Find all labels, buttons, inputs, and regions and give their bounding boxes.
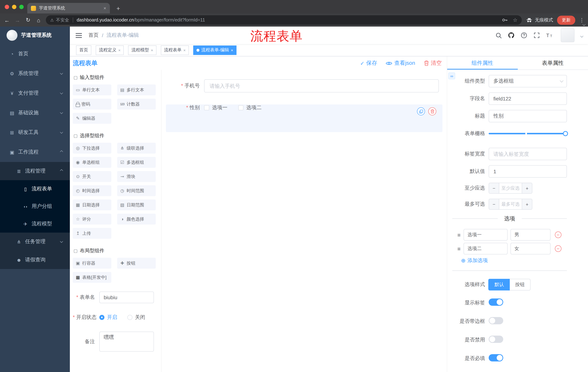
browser-tab[interactable]: 芋道管理系统 × bbox=[27, 3, 110, 13]
increase-button[interactable]: + bbox=[522, 199, 532, 209]
option-value-input[interactable] bbox=[511, 229, 551, 241]
disabled-toggle[interactable] bbox=[489, 336, 503, 343]
close-icon[interactable]: × bbox=[118, 48, 121, 52]
new-tab-button[interactable]: + bbox=[116, 5, 120, 12]
copy-item-button[interactable] bbox=[417, 107, 425, 115]
border-toggle[interactable] bbox=[489, 317, 503, 324]
palette-item-date-picker[interactable]: ▦日期选择 bbox=[73, 200, 111, 210]
sidebar-item-process-management[interactable]: ≣ 流程管理 bbox=[0, 162, 70, 180]
decrease-button[interactable]: − bbox=[489, 183, 499, 193]
view-json-button[interactable]: 查看json bbox=[386, 60, 415, 67]
checkbox-option-2[interactable]: 选项二 bbox=[238, 105, 262, 111]
palette-item-upload[interactable]: ↥上传 bbox=[73, 228, 111, 239]
form-name-input[interactable] bbox=[99, 292, 154, 303]
tab-component-props[interactable]: 组件属性 bbox=[447, 56, 518, 70]
home-button[interactable]: ⌂ bbox=[35, 17, 42, 23]
tag-process-model[interactable]: 流程模型 × bbox=[128, 45, 157, 55]
sidebar-item-home[interactable]: ◔ 首页 bbox=[0, 44, 70, 64]
close-icon[interactable]: × bbox=[231, 48, 233, 52]
min-select-value[interactable]: 至少应选 bbox=[499, 183, 522, 193]
sidebar-item-user-group[interactable]: ◖◗ 用户分组 bbox=[0, 198, 70, 215]
link-icon[interactable]: ∞ bbox=[448, 73, 455, 79]
sidebar-item-task-management[interactable]: ⋔ 任务管理 bbox=[0, 233, 70, 251]
default-value-input[interactable] bbox=[489, 165, 567, 178]
drag-handle-icon[interactable]: ≡ bbox=[457, 246, 461, 251]
font-size-icon[interactable]: TT bbox=[546, 32, 553, 39]
palette-item-color-picker[interactable]: ◑颜色选择 bbox=[117, 214, 156, 224]
tab-form-props[interactable]: 表单属性 bbox=[518, 56, 588, 70]
palette-item-editor[interactable]: ✎编辑器 bbox=[73, 113, 111, 124]
field-name-input[interactable] bbox=[489, 93, 567, 105]
radio-off[interactable]: 关闭 bbox=[127, 314, 145, 321]
phone-input[interactable] bbox=[204, 79, 439, 93]
palette-item-slider[interactable]: ⊸滑块 bbox=[117, 171, 156, 182]
palette-item-radio-group[interactable]: ◉单选框组 bbox=[73, 157, 111, 168]
github-icon[interactable] bbox=[508, 32, 515, 39]
toolbar-caret-icon[interactable] bbox=[583, 21, 585, 27]
user-avatar[interactable] bbox=[561, 28, 575, 42]
breadcrumb-home[interactable]: 首页 bbox=[88, 32, 99, 39]
update-button[interactable]: 更新 bbox=[557, 15, 575, 25]
increase-button[interactable]: + bbox=[522, 183, 532, 193]
hamburger-icon[interactable] bbox=[76, 33, 82, 38]
reload-button[interactable]: ↻ bbox=[25, 17, 31, 23]
palette-item-text-field[interactable]: ▭单行文本 bbox=[73, 85, 111, 95]
tag-home[interactable]: 首页 bbox=[76, 45, 91, 55]
palette-item-checkbox-group[interactable]: ☑多选框组 bbox=[117, 157, 156, 168]
form-item-phone[interactable]: 手机号 bbox=[162, 79, 447, 93]
style-button-button[interactable]: 按钮 bbox=[510, 279, 531, 290]
palette-item-table[interactable]: ▦表格[开发中] bbox=[73, 272, 111, 283]
palette-item-textarea[interactable]: ▤多行文本 bbox=[117, 85, 156, 95]
window-close-button[interactable] bbox=[5, 5, 9, 9]
palette-item-time-range[interactable]: ◷时间范围 bbox=[117, 185, 156, 196]
sidebar-item-leave-query[interactable]: ☻ 请假查询 bbox=[0, 251, 70, 269]
address-bar[interactable]: ⚠ 不安全 dashboard.yudao.iocoder.cn/bpm/man… bbox=[46, 15, 522, 25]
form-remark-textarea[interactable]: 嘿嘿 bbox=[99, 332, 154, 352]
sidebar-item-process-model[interactable]: ✈ 流程模型 bbox=[0, 215, 70, 233]
style-default-button[interactable]: 默认 bbox=[489, 279, 510, 290]
palette-item-counter[interactable]: 123计数器 bbox=[117, 99, 156, 110]
required-toggle[interactable] bbox=[489, 354, 503, 361]
option-value-input[interactable] bbox=[511, 243, 551, 255]
window-zoom-button[interactable] bbox=[19, 5, 24, 9]
label-width-input[interactable] bbox=[489, 148, 567, 160]
form-item-gender[interactable]: 性别 选项一 选项二 bbox=[166, 105, 442, 111]
palette-item-switch[interactable]: ⊙开关 bbox=[73, 171, 111, 182]
decrease-button[interactable]: − bbox=[489, 199, 499, 209]
remove-option-button[interactable]: − bbox=[555, 232, 561, 238]
add-option-button[interactable]: ⊕ 添加选项 bbox=[461, 257, 567, 264]
sidebar-item-system-management[interactable]: ⚙ 系统管理 bbox=[0, 64, 70, 83]
sidebar-item-process-form[interactable]: ▯ 流程表单 bbox=[0, 180, 70, 198]
form-canvas[interactable]: 手机号 bbox=[162, 70, 447, 372]
delete-item-button[interactable] bbox=[428, 107, 436, 115]
tag-process-form-edit[interactable]: 流程表单-编辑 × bbox=[193, 45, 237, 55]
fullscreen-icon[interactable] bbox=[533, 32, 540, 39]
palette-item-button[interactable]: ✚按钮 bbox=[117, 258, 156, 269]
clear-button[interactable]: 清空 bbox=[424, 60, 442, 67]
radio-on[interactable]: 开启 bbox=[99, 314, 117, 321]
palette-item-select[interactable]: ◎下拉选择 bbox=[73, 143, 111, 154]
palette-item-row-container[interactable]: ▣行容器 bbox=[73, 258, 111, 269]
slider-handle[interactable] bbox=[563, 131, 568, 136]
forward-button[interactable]: → bbox=[14, 17, 21, 23]
search-icon[interactable] bbox=[495, 32, 502, 39]
save-button[interactable]: ✓ 保存 bbox=[360, 60, 377, 67]
palette-item-password[interactable]: 密码 bbox=[73, 99, 111, 110]
remove-option-button[interactable]: − bbox=[555, 245, 561, 252]
palette-item-time-picker[interactable]: ◴时间选择 bbox=[73, 185, 111, 196]
selected-form-item-gender[interactable]: 性别 选项一 选项二 bbox=[166, 105, 442, 132]
option-name-input[interactable] bbox=[463, 229, 508, 241]
close-icon[interactable]: × bbox=[151, 48, 153, 52]
tag-process-form[interactable]: 流程表单 × bbox=[161, 45, 189, 55]
palette-item-cascader[interactable]: ⋔级联选择 bbox=[117, 143, 156, 154]
back-button[interactable]: ← bbox=[4, 17, 10, 23]
palette-item-rate[interactable]: ☆评分 bbox=[73, 214, 111, 224]
sidebar-item-payment-management[interactable]: ¥ 支付管理 bbox=[0, 83, 70, 103]
avatar-caret-icon[interactable] bbox=[581, 32, 583, 38]
help-icon[interactable] bbox=[520, 32, 528, 39]
window-minimize-button[interactable] bbox=[12, 5, 16, 9]
checkbox-option-1[interactable]: 选项一 bbox=[204, 105, 227, 111]
password-key-icon[interactable] bbox=[501, 16, 508, 24]
palette-item-date-range[interactable]: ▧日期范围 bbox=[117, 200, 156, 210]
sidebar-item-dev-tools[interactable]: ⊞ 研发工具 bbox=[0, 123, 70, 142]
